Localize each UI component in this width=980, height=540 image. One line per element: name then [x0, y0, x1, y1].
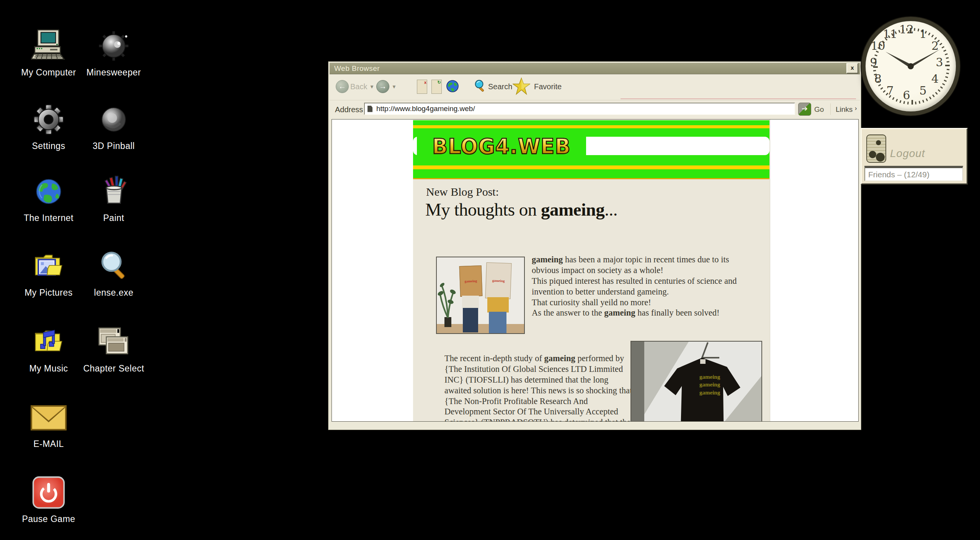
favorite-label[interactable]: Favorite	[534, 82, 562, 91]
banner-stripe	[413, 125, 769, 128]
address-input[interactable]	[376, 104, 794, 113]
search-icon[interactable]	[473, 79, 487, 95]
desktop-icon-label: My Music	[16, 363, 81, 374]
back-dropdown-chevron-icon[interactable]: ▼	[369, 84, 374, 90]
desktop-icon-label: E-MAIL	[16, 439, 81, 449]
post-title: My thoughts on gameing...	[425, 199, 617, 220]
links-chevron-icon[interactable]: ›	[855, 105, 857, 112]
desktop-icon-minesweeper[interactable]: Minesweeper	[81, 27, 146, 78]
blog-photo-paper-bag-people: gameing gameing	[436, 257, 525, 334]
browser-viewport: BLOG4.WEB New Blog Post: My thoughts on …	[332, 119, 859, 422]
globe-icon	[16, 172, 81, 211]
back-button[interactable]: ←	[336, 80, 349, 93]
blog-paragraph-2: The recent in-depth study of gameing per…	[444, 353, 636, 422]
stop-page-icon[interactable]: x	[417, 80, 427, 94]
desktop-icon-settings[interactable]: Settings	[16, 100, 81, 151]
refresh-page-icon[interactable]: ↻	[431, 80, 442, 94]
address-bar: Address ➔ Go Links ›	[330, 100, 860, 119]
paint-icon	[81, 172, 146, 211]
desktop: My Computer Minesweeper	[0, 0, 980, 540]
envelope-icon	[16, 398, 81, 437]
desktop-icon-label: Paint	[81, 213, 146, 223]
blog-paragraph-1: gameing has been a major topic in recent…	[532, 254, 740, 318]
desktop-icon-chapter-select[interactable]: Chapter Select	[81, 323, 146, 374]
status-panel: Logout Friends – (12/49)	[861, 128, 968, 185]
site-logo: BLOG4.WEB	[417, 134, 586, 158]
gear-icon	[16, 100, 81, 139]
power-icon	[16, 473, 81, 512]
computer-icon	[16, 27, 81, 65]
links-label[interactable]: Links	[836, 105, 853, 114]
pinball-icon	[81, 100, 146, 139]
desktop-icon-pause-game[interactable]: Pause Game	[16, 473, 81, 524]
desktop-icon-my-computer[interactable]: My Computer	[16, 27, 81, 78]
blog-photo-tshirt: gameing gameing gameing	[630, 341, 762, 422]
favorite-star-icon[interactable]	[513, 77, 530, 97]
links-separator	[830, 103, 831, 115]
desktop-icon-label: Minesweeper	[81, 67, 146, 78]
window-title: Web Browser	[330, 64, 380, 73]
desktop-icon-my-pictures[interactable]: My Pictures	[16, 247, 81, 298]
desktop-icon-label: Pause Game	[16, 514, 81, 524]
forward-dropdown-chevron-icon[interactable]: ▼	[392, 84, 397, 90]
toolbar-divider	[621, 98, 856, 99]
desktop-icon-paint[interactable]: Paint	[81, 172, 146, 223]
desktop-icon-label: My Pictures	[16, 288, 81, 298]
window-titlebar[interactable]: Web Browser	[330, 63, 860, 74]
logout-button[interactable]: Logout	[890, 147, 925, 160]
search-label[interactable]: Search	[488, 82, 512, 91]
page-content-column: BLOG4.WEB New Blog Post: My thoughts on …	[413, 119, 770, 422]
back-label: Back	[350, 82, 367, 91]
desktop-icon-the-internet[interactable]: The Internet	[16, 172, 81, 223]
clock-hub	[908, 63, 914, 69]
desktop-icon-email[interactable]: E-MAIL	[16, 398, 81, 449]
banner-stripe	[413, 165, 769, 169]
browser-toolbar: ← Back ▼ → ▼ x ↻	[330, 74, 860, 100]
pictures-icon	[16, 247, 81, 285]
desktop-icon-label: Settings	[16, 141, 81, 151]
post-kicker: New Blog Post:	[426, 185, 499, 198]
desktop-icon-my-music[interactable]: My Music	[16, 323, 81, 374]
address-label: Address	[335, 105, 363, 114]
go-label[interactable]: Go	[814, 105, 824, 114]
avatar	[866, 134, 886, 163]
friends-count: Friends – (12/49)	[865, 168, 962, 179]
desktop-icon-label: My Computer	[16, 67, 81, 78]
desktop-icon-label: 3D Pinball	[81, 141, 146, 151]
paper-bag-right: gameing	[485, 262, 511, 299]
desktop-icon-label: lense.exe	[81, 288, 146, 298]
tshirt-text: gameing gameing gameing	[699, 373, 720, 396]
windows-icon	[81, 323, 146, 361]
close-button[interactable]: x	[846, 63, 858, 74]
browser-window: Web Browser x ← Back ▼ → ▼ x ↻	[328, 61, 861, 430]
go-icon[interactable]: ➔	[798, 103, 811, 116]
address-input-box[interactable]	[364, 103, 795, 115]
home-globe-icon[interactable]	[445, 79, 460, 95]
mine-icon	[81, 27, 146, 65]
magnifier-icon	[81, 247, 146, 285]
site-banner: BLOG4.WEB	[413, 120, 769, 179]
site-logo-text: BLOG4.WEB	[432, 134, 571, 158]
forward-button[interactable]: →	[376, 80, 389, 93]
desktop-icon-label: The Internet	[16, 213, 81, 223]
banner-stripe	[413, 178, 769, 179]
page-icon	[368, 106, 372, 112]
analog-clock: 121234567891011	[861, 17, 960, 116]
desktop-icon-lense-exe[interactable]: lense.exe	[81, 247, 146, 298]
desktop-icon-3d-pinball[interactable]: 3D Pinball	[81, 100, 146, 151]
friends-box[interactable]: Friends – (12/49)	[864, 166, 963, 181]
music-icon	[16, 323, 81, 361]
paper-bag-left: gameing	[459, 265, 483, 297]
desktop-icon-label: Chapter Select	[81, 363, 146, 374]
